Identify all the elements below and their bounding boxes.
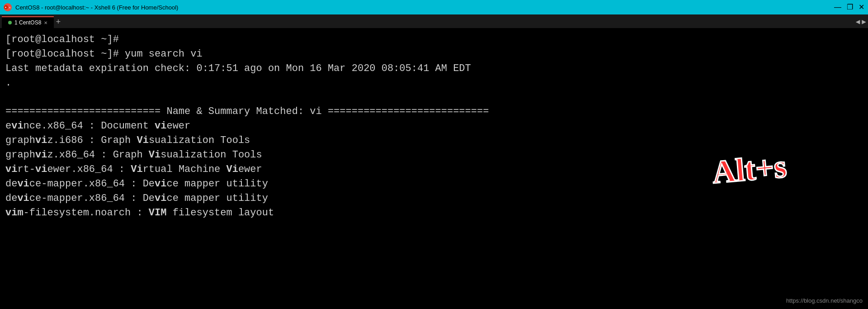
- app-icon: ●: [4, 3, 12, 11]
- terminal-line-2: [root@localhost ~]# yum search vi: [5, 47, 863, 62]
- terminal-line-device-mapper-1: device-mapper.x86_64 : Device mapper uti…: [5, 177, 863, 191]
- tab-nav-right[interactable]: ▶: [862, 17, 866, 26]
- svg-text:●: ●: [5, 6, 7, 9]
- terminal-line-evince: evince.x86_64 : Document viewer: [5, 119, 863, 133]
- tab-label: 1 CentOS8: [14, 19, 41, 26]
- maximize-button[interactable]: ❐: [847, 4, 853, 11]
- watermark: https://blog.csdn.net/shangco: [786, 297, 863, 305]
- tab-nav: ◀ ▶: [856, 17, 866, 28]
- terminal-line-1: [root@localhost ~]#: [5, 33, 863, 47]
- tab-nav-left[interactable]: ◀: [856, 17, 860, 26]
- terminal-window[interactable]: [root@localhost ~]# [root@localhost ~]# …: [0, 28, 868, 309]
- close-button[interactable]: ✕: [859, 4, 864, 11]
- terminal-line-vim-filesystem: vim-filesystem.noarch : VIM filesystem l…: [5, 206, 863, 220]
- minimize-button[interactable]: —: [834, 4, 841, 11]
- title-bar-controls: — ❐ ✕: [834, 4, 864, 11]
- title-bar: ● CentOS8 - root@localhost:~ - Xshell 6 …: [0, 0, 868, 14]
- window-title: CentOS8 - root@localhost:~ - Xshell 6 (F…: [15, 4, 178, 11]
- terminal-line-4: .: [5, 76, 863, 90]
- terminal-line-5: [5, 90, 863, 105]
- terminal-line-graphviz-x86: graphviz.x86_64 : Graph Visualization To…: [5, 148, 863, 162]
- tab-centos8[interactable]: 1 CentOS8 ✕: [2, 16, 54, 28]
- title-bar-left: ● CentOS8 - root@localhost:~ - Xshell 6 …: [4, 3, 178, 11]
- terminal-line-3: Last metadata expiration check: 0:17:51 …: [5, 62, 863, 76]
- terminal-line-graphviz-i686: graphviz.i686 : Graph Visualization Tool…: [5, 133, 863, 148]
- tab-close-button[interactable]: ✕: [44, 20, 47, 25]
- tab-status-dot: [8, 21, 12, 24]
- terminal-line-device-mapper-2: device-mapper.x86_64 : Device mapper uti…: [5, 191, 863, 206]
- tab-add-button[interactable]: +: [56, 16, 61, 28]
- tab-bar: 1 CentOS8 ✕ + ◀ ▶: [0, 14, 868, 28]
- terminal-line-virt-viewer: virt-viewer.x86_64 : Virtual Machine Vie…: [5, 162, 863, 177]
- terminal-line-separator: ========================== Name & Summar…: [5, 105, 863, 119]
